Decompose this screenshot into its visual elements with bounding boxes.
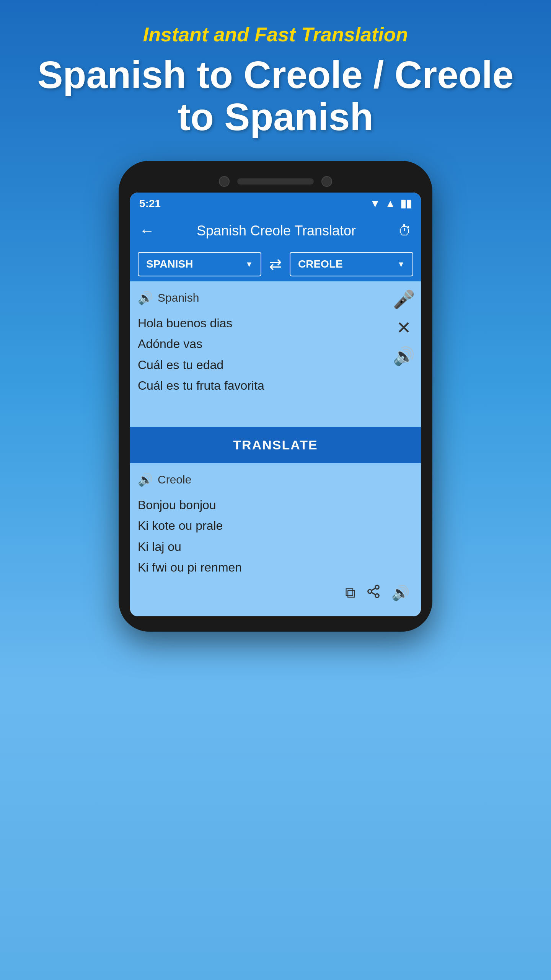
header-section: Instant and Fast Translation Spanish to … bbox=[0, 0, 551, 153]
output-line-1: Bonjou bonjou bbox=[138, 495, 413, 515]
svg-line-4 bbox=[372, 588, 376, 590]
main-title: Spanish to Creole / Creole to Spanish bbox=[31, 54, 520, 138]
app-bar: ← Spanish Creole Translator ⏱ bbox=[130, 214, 421, 247]
source-lang-label: SPANISH bbox=[146, 258, 193, 270]
target-language-button[interactable]: CREOLE ▼ bbox=[290, 252, 413, 276]
source-lang-dropdown-icon: ▼ bbox=[245, 260, 253, 269]
source-language-button[interactable]: SPANISH ▼ bbox=[138, 252, 261, 276]
phone-speaker bbox=[237, 178, 314, 185]
input-line-4: Cuál es tu fruta favorita bbox=[138, 375, 413, 396]
phone-camera bbox=[219, 176, 230, 187]
phone-screen: 5:21 ▼ ▲ ▮▮ ← Spanish Creole Translator … bbox=[130, 193, 421, 616]
input-speaker-icon[interactable]: 🔊 bbox=[138, 291, 153, 305]
microphone-button[interactable]: 🎤 bbox=[393, 289, 415, 310]
output-tts-button[interactable]: 🔊 bbox=[391, 585, 409, 601]
share-button[interactable] bbox=[366, 584, 381, 602]
output-panel: 🔊 Creole Bonjou bonjou Ki kote ou prale … bbox=[130, 463, 421, 616]
input-lang-label-row: 🔊 Spanish bbox=[138, 291, 413, 305]
language-row: SPANISH ▼ ⇄ CREOLE ▼ bbox=[130, 247, 421, 281]
clear-input-button[interactable]: ✕ bbox=[396, 317, 411, 338]
output-line-4: Ki fwi ou pi renmen bbox=[138, 557, 413, 578]
input-lang-label: Spanish bbox=[158, 291, 199, 304]
output-text-content: Bonjou bonjou Ki kote ou prale Ki laj ou… bbox=[138, 495, 413, 578]
output-speaker-icon[interactable]: 🔊 bbox=[138, 472, 153, 487]
output-line-2: Ki kote ou prale bbox=[138, 515, 413, 536]
input-action-buttons: 🎤 ✕ 🔊 bbox=[393, 289, 415, 366]
input-line-1: Hola buenos dias bbox=[138, 313, 413, 333]
input-text-content[interactable]: Hola buenos dias Adónde vas Cuál es tu e… bbox=[138, 313, 413, 396]
output-line-3: Ki laj ou bbox=[138, 536, 413, 557]
status-icons: ▼ ▲ ▮▮ bbox=[370, 197, 412, 210]
subtitle: Instant and Fast Translation bbox=[31, 23, 520, 46]
target-lang-dropdown-icon: ▼ bbox=[397, 260, 405, 269]
history-button[interactable]: ⏱ bbox=[398, 223, 412, 239]
battery-icon: ▮▮ bbox=[400, 197, 412, 210]
phone-camera-2 bbox=[321, 176, 332, 187]
swap-languages-button[interactable]: ⇄ bbox=[265, 252, 286, 277]
app-title: Spanish Creole Translator bbox=[162, 223, 390, 239]
input-panel: 🔊 Spanish Hola buenos dias Adónde vas Cu… bbox=[130, 281, 421, 427]
phone-top-bar bbox=[130, 176, 421, 187]
svg-line-3 bbox=[372, 592, 376, 595]
output-action-buttons: ⧉ 🔊 bbox=[138, 578, 413, 606]
output-lang-label-row: 🔊 Creole bbox=[138, 472, 413, 487]
back-button[interactable]: ← bbox=[139, 222, 155, 239]
wifi-icon: ▼ bbox=[370, 198, 381, 210]
target-lang-label: CREOLE bbox=[298, 258, 343, 270]
status-bar: 5:21 ▼ ▲ ▮▮ bbox=[130, 193, 421, 214]
phone-mockup: 5:21 ▼ ▲ ▮▮ ← Spanish Creole Translator … bbox=[119, 161, 432, 632]
swap-icon: ⇄ bbox=[269, 256, 282, 273]
translate-button[interactable]: TRANSLATE bbox=[130, 427, 421, 463]
signal-icon: ▲ bbox=[385, 198, 396, 210]
status-time: 5:21 bbox=[139, 198, 161, 210]
copy-button[interactable]: ⧉ bbox=[345, 585, 355, 601]
output-lang-label: Creole bbox=[158, 473, 191, 486]
input-line-3: Cuál es tu edad bbox=[138, 354, 413, 375]
input-tts-button[interactable]: 🔊 bbox=[393, 346, 415, 366]
input-line-2: Adónde vas bbox=[138, 333, 413, 354]
